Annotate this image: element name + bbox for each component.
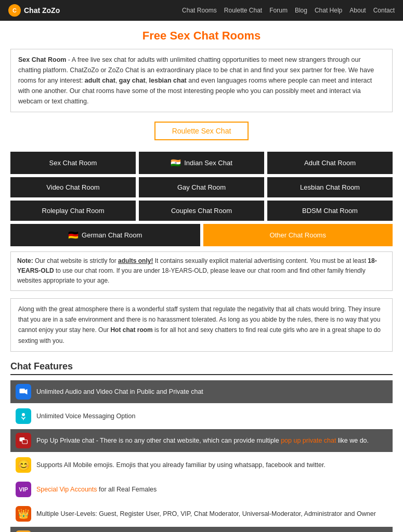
description-box: Along with the great atmosphere there is…: [10, 298, 393, 352]
bdsm-chat-room-button[interactable]: BDSM Chat Room: [267, 201, 393, 221]
gay-chat-room-label: Gay Chat Room: [177, 183, 226, 191]
feature-popup-text: Pop Up Private chat - There is no any ot…: [36, 436, 369, 446]
lesbian-chat-room-label: Lesbian Chat Room: [300, 183, 360, 191]
svg-marker-1: [25, 389, 28, 395]
nav-contact[interactable]: Contact: [373, 7, 395, 14]
svg-rect-0: [20, 389, 25, 393]
bdsm-chat-room-label: BDSM Chat Room: [302, 207, 358, 215]
main-content: Free Sex Chat Rooms Sex Chat Room - A fr…: [0, 21, 403, 532]
germany-flag-icon: 🇩🇪: [68, 230, 79, 240]
couples-chat-room-button[interactable]: Couples Chat Room: [139, 201, 264, 221]
video-chat-icon: [16, 384, 31, 400]
german-chat-room-label: German Chat Room: [82, 231, 142, 239]
roleplay-chat-room-label: Roleplay Chat Room: [42, 207, 105, 215]
chat-buttons-row3: Roleplay Chat Room Couples Chat Room BDS…: [10, 201, 393, 221]
video-chat-room-button[interactable]: Video Chat Room: [10, 177, 136, 197]
page-title: Free Sex Chat Rooms: [10, 29, 393, 43]
note-text: Note: Our chat website is strictly for a…: [17, 257, 377, 284]
logo-text: Chat ZoZo: [24, 6, 60, 15]
adult-chat-room-button[interactable]: Adult Chat Room: [267, 152, 393, 174]
nav-links: Chat Rooms Roulette Chat Forum Blog Chat…: [182, 7, 395, 14]
feature-vip-text: Special Vip Accounts for all Real Female…: [36, 485, 157, 495]
svg-point-2: [22, 413, 25, 416]
nav-chat-help[interactable]: Chat Help: [315, 7, 342, 14]
intro-text: Sex Chat Room - A free live sex chat for…: [18, 56, 374, 105]
feature-video-text: Unlimited Audio and Video Chat in Public…: [36, 387, 203, 397]
lesbian-chat-room-button[interactable]: Lesbian Chat Room: [267, 177, 393, 197]
svg-rect-5: [22, 440, 28, 444]
gay-chat-room-button[interactable]: Gay Chat Room: [139, 177, 264, 197]
couples-chat-room-label: Couples Chat Room: [171, 207, 232, 215]
feature-levels-text: Multiple User-Levels: Guest, Register Us…: [36, 509, 376, 519]
chat-buttons-row4: 🇩🇪 German Chat Room Other Chat Rooms: [10, 224, 393, 246]
crown-icon: 👑: [16, 506, 31, 522]
nav-blog[interactable]: Blog: [295, 7, 307, 14]
description-text: Along with the great atmosphere there is…: [18, 305, 381, 344]
other-chat-rooms-button[interactable]: Other Chat Rooms: [203, 224, 393, 246]
navbar: C Chat ZoZo Chat Rooms Roulette Chat For…: [0, 0, 403, 21]
logo[interactable]: C Chat ZoZo: [8, 4, 60, 17]
nav-about[interactable]: About: [349, 7, 366, 14]
nav-roulette-chat[interactable]: Roulette Chat: [224, 7, 262, 14]
emoji-icon: 😊: [16, 457, 31, 473]
voice-icon: [16, 408, 31, 424]
sex-chat-room-label: Sex Chat Room: [49, 159, 97, 167]
vip-icon: VIP: [16, 482, 31, 497]
chat-buttons-row2: Video Chat Room Gay Chat Room Lesbian Ch…: [10, 177, 393, 197]
german-chat-room-button[interactable]: 🇩🇪 German Chat Room: [10, 224, 200, 246]
feature-row-emoji: 😊 Supports All Mobile emojis. Emojis tha…: [10, 454, 393, 476]
chat-buttons-section: Roulette Sex Chat Sex Chat Room 🇮🇳 India…: [10, 122, 393, 246]
indian-sex-chat-label: Indian Sex Chat: [184, 159, 232, 167]
video-chat-room-label: Video Chat Room: [46, 183, 99, 191]
vip-accounts-link[interactable]: Special Vip Accounts: [36, 486, 97, 493]
feature-row-vip: VIP Special Vip Accounts for all Real Fe…: [10, 478, 393, 501]
feature-row-voice: Unlimited Voice Messaging Option: [10, 405, 393, 428]
adult-chat-room-label: Adult Chat Room: [304, 159, 356, 167]
feature-row-video: Unlimited Audio and Video Chat in Public…: [10, 380, 393, 403]
feature-row-popup: Pop Up Private chat - There is no any ot…: [10, 429, 393, 452]
chat-buttons-row1: Sex Chat Room 🇮🇳 Indian Sex Chat Adult C…: [10, 152, 393, 174]
feature-emoji-text: Supports All Mobile emojis. Emojis that …: [36, 460, 326, 470]
feature-voice-text: Unlimited Voice Messaging Option: [36, 411, 135, 421]
indian-sex-chat-button[interactable]: 🇮🇳 Indian Sex Chat: [139, 152, 264, 174]
note-box: Note: Our chat website is strictly for a…: [10, 251, 393, 291]
chat-features-title: Chat Features: [10, 361, 393, 375]
feature-row-badges: 🏅 Special Badges: Special users will get…: [10, 527, 393, 532]
roulette-sex-chat-button[interactable]: Roulette Sex Chat: [154, 122, 249, 140]
feature-row-levels: 👑 Multiple User-Levels: Guest, Register …: [10, 502, 393, 525]
roleplay-chat-room-button[interactable]: Roleplay Chat Room: [10, 201, 136, 221]
india-flag-icon: 🇮🇳: [171, 158, 181, 168]
other-chat-rooms-label: Other Chat Rooms: [270, 231, 326, 239]
logo-icon: C: [8, 4, 21, 17]
nav-chat-rooms[interactable]: Chat Rooms: [182, 7, 217, 14]
popup-chat-icon: [16, 433, 31, 448]
popup-link[interactable]: pop up private chat: [281, 437, 336, 444]
nav-forum[interactable]: Forum: [269, 7, 288, 14]
sex-chat-room-button[interactable]: Sex Chat Room: [10, 152, 136, 174]
chat-features-section: Chat Features Unlimited Audio and Video …: [10, 361, 393, 532]
intro-box: Sex Chat Room - A free live sex chat for…: [10, 49, 393, 112]
